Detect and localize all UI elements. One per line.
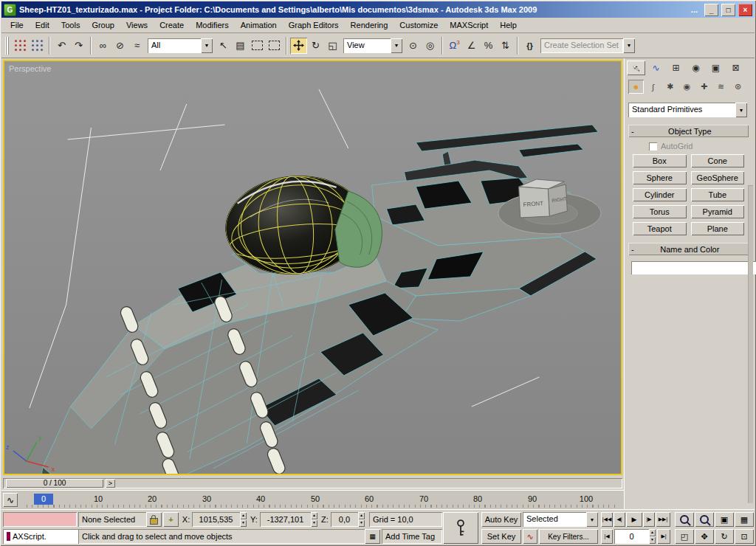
zoom-button[interactable] [675, 512, 694, 527]
play-button[interactable]: ▶ [626, 512, 642, 527]
close-button[interactable]: × [738, 4, 752, 16]
current-frame-field[interactable]: 0 ▲▼ [614, 529, 656, 544]
tab-utilities[interactable]: ⊠ [726, 61, 745, 75]
previous-frame-button[interactable]: ◀| [614, 512, 625, 527]
category-helpers[interactable]: ✚ [696, 80, 712, 94]
edit-named-selection-sets-button[interactable]: {} [521, 38, 538, 54]
panel-scrollbar[interactable] [748, 185, 753, 503]
minimize-button[interactable]: _ [704, 4, 718, 16]
chevron-down-icon[interactable]: ▼ [586, 512, 598, 527]
x-spinner[interactable]: ▲▼ [240, 512, 247, 527]
select-and-move-button[interactable] [290, 38, 307, 54]
selection-lock-button[interactable] [146, 512, 162, 527]
y-coordinate-field[interactable]: -1327,101 ▲▼ [260, 512, 317, 527]
next-frame-arrow[interactable]: > [106, 479, 115, 488]
selection-filter-dropdown[interactable]: All ▼ [148, 38, 213, 53]
time-slider-track[interactable]: 0 / 100 > [3, 478, 622, 488]
chevron-down-icon[interactable]: ▼ [735, 103, 747, 117]
viewport-canvas[interactable]: FRONT RIGHT [4, 61, 621, 474]
menu-views[interactable]: Views [120, 19, 154, 31]
keyboard-icon-button[interactable]: ▦ [365, 529, 380, 544]
name-color-rollout-header[interactable]: - Name and Color [628, 243, 749, 255]
menu-create[interactable]: Create [154, 19, 190, 31]
object-name-input[interactable] [631, 261, 756, 274]
cylinder-button[interactable]: Cylinder [633, 188, 687, 201]
geosphere-button[interactable]: GeoSphere [691, 171, 745, 184]
chevron-down-icon[interactable]: ▼ [201, 38, 213, 53]
arc-rotate-button[interactable]: ↻ [715, 529, 734, 544]
menu-graph-editors[interactable]: Graph Editors [283, 19, 345, 31]
select-and-scale-button[interactable]: ◱ [324, 38, 341, 54]
window-crossing-button[interactable] [266, 38, 283, 54]
tab-hierarchy[interactable]: ⊞ [667, 61, 685, 75]
primitives-category-dropdown[interactable]: Standard Primitives ▼ [628, 103, 747, 117]
absolute-offset-toggle[interactable]: + [163, 512, 179, 527]
menu-animation[interactable]: Animation [235, 19, 283, 31]
tab-create[interactable]: ↖ [627, 61, 645, 75]
select-and-manipulate-button[interactable]: ◎ [422, 38, 439, 54]
current-frame-marker[interactable]: 0 [34, 494, 53, 505]
z-spinner[interactable]: ▲▼ [358, 512, 365, 527]
undo-button[interactable]: ↶ [53, 38, 70, 54]
snaps-toggle-button[interactable]: Ω 3 [446, 38, 463, 54]
menu-file[interactable]: File [4, 19, 30, 31]
key-filters-button[interactable]: Key Filters... [539, 529, 598, 544]
go-to-end-button[interactable]: ▶▶| [656, 512, 670, 527]
reference-coordinate-dropdown[interactable]: View ▼ [343, 38, 402, 53]
maxscript-listener-field[interactable]: AXScript. [3, 529, 80, 544]
zoom-region-button[interactable]: ◰ [675, 529, 694, 544]
perspective-viewport[interactable]: Perspective [3, 60, 622, 475]
key-mode-dropdown[interactable]: Selected▼ [523, 512, 598, 527]
go-to-start-button[interactable]: |◀◀ [601, 512, 613, 527]
unlink-selection-button[interactable]: ⊘ [111, 38, 128, 54]
track-bar[interactable]: ∿ 0 10 20 30 40 50 60 70 80 90 100 [1, 490, 624, 510]
menu-help[interactable]: Help [494, 19, 523, 31]
default-tangent-button[interactable]: ∿ [523, 529, 537, 544]
autogrid-checkbox[interactable] [649, 142, 657, 151]
menu-maxscript[interactable]: MAXScript [444, 19, 494, 31]
zoom-extents-all-button[interactable]: ▦ [735, 512, 754, 527]
sphere-button[interactable]: Sphere [633, 171, 687, 184]
set-keys-button[interactable] [443, 512, 478, 544]
next-frame-button[interactable]: |▶ [643, 512, 655, 527]
menu-group[interactable]: Group [86, 19, 120, 31]
category-cameras[interactable]: ◉ [679, 80, 695, 94]
x-coordinate-field[interactable]: 1015,535 ▲▼ [192, 512, 247, 527]
category-space-warps[interactable]: ≋ [713, 80, 729, 94]
menu-tools[interactable]: Tools [55, 19, 86, 31]
category-geometry[interactable]: ● [628, 80, 644, 94]
bind-to-space-warp-button[interactable]: ≈ [128, 38, 145, 54]
spinner-snap-button[interactable]: ⇅ [497, 38, 514, 54]
min-max-toggle-button[interactable]: ⊡ [735, 529, 754, 544]
menu-rendering[interactable]: Rendering [345, 19, 394, 31]
select-by-name-button[interactable]: ▤ [232, 38, 249, 54]
chevron-down-icon[interactable]: ▼ [391, 38, 402, 53]
open-mini-curve-editor-button[interactable]: ∿ [3, 493, 18, 507]
macro-recorder-field[interactable] [3, 512, 77, 527]
tab-motion[interactable]: ◉ [687, 61, 705, 75]
maximize-button[interactable]: □ [721, 4, 735, 16]
redo-button[interactable]: ↷ [70, 38, 87, 54]
select-object-button[interactable]: ↖ [215, 38, 232, 54]
category-shapes[interactable]: ∫ [645, 80, 661, 94]
y-spinner[interactable]: ▲▼ [311, 512, 317, 527]
tube-button[interactable]: Tube [691, 188, 745, 201]
time-slider-handle[interactable]: 0 / 100 [6, 479, 103, 488]
rectangular-selection-region-button[interactable] [249, 38, 266, 54]
grid-dots-blue-icon[interactable] [29, 38, 46, 54]
tab-display[interactable]: ▣ [707, 61, 725, 75]
frame-spinner[interactable]: ▲▼ [649, 529, 656, 544]
viewport-label[interactable]: Perspective [9, 64, 51, 73]
key-mode-toggle-button[interactable]: ▶| [657, 529, 670, 544]
zoom-all-button[interactable] [695, 512, 714, 527]
grid-dots-red-icon[interactable] [12, 38, 29, 54]
category-lights[interactable]: ✱ [662, 80, 678, 94]
percent-snap-button[interactable]: % [480, 38, 497, 54]
object-type-rollout-header[interactable]: - Object Type [628, 125, 749, 137]
select-and-rotate-button[interactable]: ↻ [307, 38, 324, 54]
use-pivot-center-button[interactable]: ⊙ [405, 38, 422, 54]
pyramid-button[interactable]: Pyramid [691, 205, 745, 218]
select-and-link-button[interactable]: ∞ [94, 38, 111, 54]
teapot-button[interactable]: Teapot [633, 222, 687, 235]
create-selection-set-combo[interactable]: Create Selection Set ▼ [540, 38, 635, 53]
